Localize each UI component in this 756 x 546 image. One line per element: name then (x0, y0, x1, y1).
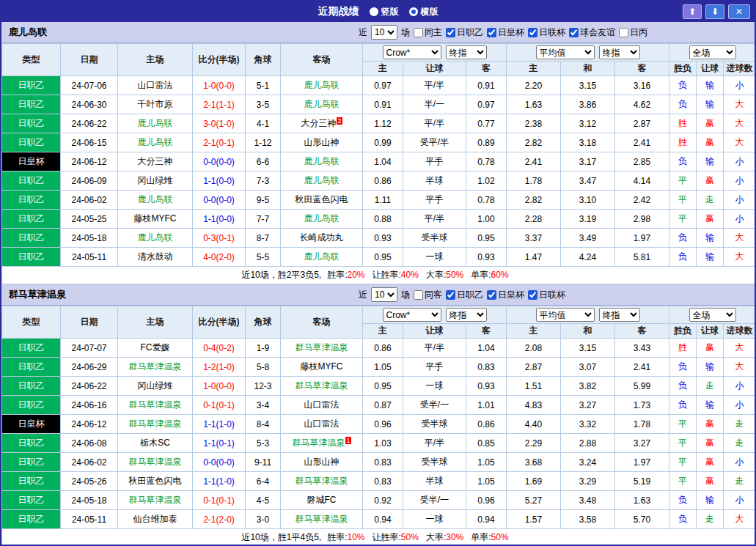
checkbox-icon[interactable] (446, 290, 455, 300)
score[interactable]: 2-1(0-1) (193, 133, 246, 152)
match-count-select[interactable]: 10 (371, 287, 397, 302)
away-team-name[interactable]: 山形山神 (304, 457, 340, 467)
scope-select[interactable]: 全场 (689, 308, 736, 322)
away-team-cell: 山口雷法 (281, 396, 363, 415)
home-team-name[interactable]: 冈山绿雉 (138, 380, 173, 391)
score[interactable]: 1-1(1-0) (193, 415, 246, 434)
same-venue-checkbox[interactable]: 同客 (414, 289, 442, 301)
home-team-name[interactable]: 清水鼓动 (138, 251, 173, 262)
away-team-name[interactable]: 鹿儿岛联 (304, 156, 340, 166)
away-team-name[interactable]: 群马草津温泉 (296, 476, 348, 486)
home-team-name[interactable]: 鹿儿岛联 (138, 118, 173, 128)
home-team-name[interactable]: 群马草津温泉 (129, 361, 182, 372)
away-team-name[interactable]: 鹿儿岛联 (304, 213, 340, 224)
home-team-name[interactable]: 山口雷法 (138, 80, 173, 90)
scope-select[interactable]: 全场 (689, 45, 736, 59)
home-team-name[interactable]: 群马草津温泉 (129, 399, 182, 410)
match-count-select[interactable]: 10 (371, 25, 397, 40)
away-team-name[interactable]: 长崎成功丸 (300, 232, 344, 243)
score[interactable]: 1-0(0-0) (193, 76, 246, 95)
move-down-button[interactable]: ⬇ (705, 4, 724, 19)
league-filter-checkbox[interactable]: 日职乙 (446, 26, 483, 39)
col-header: 类型 (2, 44, 61, 76)
average-select[interactable]: 平均值 (536, 45, 595, 59)
score[interactable]: 0-1(0-1) (193, 491, 246, 510)
score[interactable]: 1-2(1-0) (193, 358, 246, 377)
score[interactable]: 1-1(0-1) (193, 434, 246, 453)
bookmaker-select[interactable]: Crow* (383, 308, 441, 322)
home-team-name[interactable]: 鹿儿岛联 (138, 232, 173, 243)
away-team-name[interactable]: 鹿儿岛联 (304, 99, 340, 109)
away-team-name[interactable]: 山口雷法 (304, 418, 340, 429)
checkbox-icon[interactable] (487, 28, 496, 37)
home-team-name[interactable]: 群马草津温泉 (129, 457, 182, 467)
league-filter-checkbox[interactable]: 日丙 (619, 26, 647, 39)
final-index-select[interactable]: 终指 (599, 308, 640, 322)
checkbox-icon[interactable] (446, 28, 455, 37)
average-select[interactable]: 平均值 (536, 308, 595, 322)
home-team-name[interactable]: 藤枝MYFC (134, 213, 177, 224)
move-up-button[interactable]: ⬆ (683, 4, 702, 19)
away-team-name[interactable]: 鹿儿岛联 (304, 175, 340, 185)
away-team-name[interactable]: 群马草津温泉 (296, 514, 348, 524)
score[interactable]: 0-0(0-0) (193, 191, 246, 210)
bookmaker-select[interactable]: Crow* (383, 45, 441, 59)
home-team-name[interactable]: 栃木SC (140, 438, 170, 448)
league-filter-checkbox[interactable]: 日皇杯 (487, 289, 524, 301)
score[interactable]: 2-1(1-1) (193, 95, 246, 114)
league-filter-checkbox[interactable]: 日职乙 (446, 289, 483, 301)
score[interactable]: 3-0(1-0) (193, 114, 246, 133)
sub-col-header: 让球 (403, 324, 466, 339)
league-filter-checkbox[interactable]: 日联杯 (528, 289, 565, 301)
away-team-name[interactable]: 大分三神 (301, 118, 336, 128)
score[interactable]: 2-1(2-0) (193, 510, 246, 529)
final-index-select[interactable]: 终指 (446, 308, 487, 322)
score[interactable]: 1-0(0-0) (193, 377, 246, 396)
score[interactable]: 1-1(0-0) (193, 210, 246, 229)
away-team-name[interactable]: 山形山神 (304, 137, 340, 147)
score[interactable]: 0-1(0-1) (193, 396, 246, 415)
score[interactable]: 0-0(0-0) (193, 152, 246, 171)
checkbox-icon[interactable] (487, 290, 496, 300)
home-team-name[interactable]: 鹿儿岛联 (138, 137, 173, 147)
away-team-name[interactable]: 鹿儿岛联 (304, 80, 340, 90)
away-team-name[interactable]: 山口雷法 (304, 399, 340, 410)
layout-radio-vertical[interactable]: 竖版 (370, 6, 399, 18)
score[interactable]: 1-1(0-0) (193, 171, 246, 191)
checkbox-icon[interactable] (414, 290, 423, 300)
home-team-name[interactable]: 冈山绿雉 (138, 175, 173, 185)
final-index-select[interactable]: 终指 (599, 45, 640, 59)
home-team-name[interactable]: FC爱媛 (141, 342, 170, 353)
checkbox-icon[interactable] (619, 28, 628, 37)
away-team-name[interactable]: 磐城FC (307, 495, 337, 505)
away-team-name[interactable]: 群马草津温泉 (292, 438, 345, 448)
away-team-name[interactable]: 群马草津温泉 (296, 380, 348, 391)
checkbox-icon[interactable] (569, 28, 579, 37)
home-team-name[interactable]: 群马草津温泉 (129, 495, 182, 505)
score[interactable]: 0-4(0-2) (193, 339, 246, 358)
checkbox-icon[interactable] (528, 290, 537, 300)
league-filter-checkbox[interactable]: 日皇杯 (487, 26, 524, 39)
home-team-name[interactable]: 秋田蓝色闪电 (129, 476, 182, 486)
home-team-name[interactable]: 千叶市原 (138, 99, 173, 109)
layout-radio-horizontal[interactable]: 横版 (409, 6, 438, 18)
checkbox-icon[interactable] (414, 28, 423, 37)
close-button[interactable]: ✕ (728, 4, 750, 19)
score[interactable]: 0-3(0-1) (193, 229, 246, 248)
away-team-name[interactable]: 鹿儿岛联 (304, 251, 340, 262)
checkbox-icon[interactable] (528, 28, 537, 37)
league-filter-checkbox[interactable]: 球会友谊 (569, 26, 615, 39)
score[interactable]: 0-0(0-0) (193, 453, 246, 472)
away-team-name[interactable]: 藤枝MYFC (301, 361, 343, 372)
away-team-name[interactable]: 群马草津温泉 (296, 342, 348, 353)
home-team-name[interactable]: 大分三神 (138, 156, 173, 166)
home-team-name[interactable]: 鹿儿岛联 (138, 194, 173, 204)
home-team-name[interactable]: 仙台维加泰 (133, 514, 177, 524)
final-index-select[interactable]: 终指 (446, 45, 487, 59)
score[interactable]: 4-0(2-0) (193, 248, 246, 267)
score[interactable]: 1-1(1-0) (193, 472, 246, 491)
home-team-name[interactable]: 群马草津温泉 (129, 418, 182, 429)
same-venue-checkbox[interactable]: 同主 (414, 26, 442, 39)
away-team-name[interactable]: 秋田蓝色闪电 (296, 194, 348, 204)
league-filter-checkbox[interactable]: 日联杯 (528, 26, 565, 39)
